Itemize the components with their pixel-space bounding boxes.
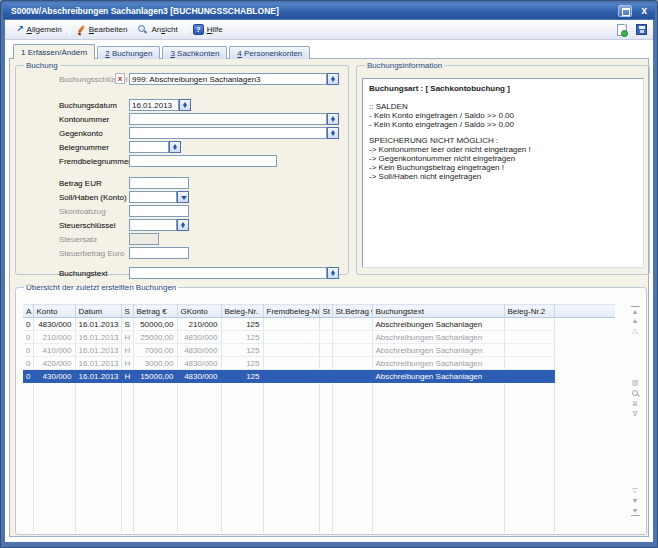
magnifier-icon [137,24,148,35]
column-header[interactable]: Fremdbeleg-Nr. [263,305,319,318]
buchungstext-combo[interactable] [129,267,327,279]
column-header[interactable]: Beleg-Nr.2 [504,305,554,318]
spinner-icon[interactable] [327,73,339,85]
buchungen-table: A Konto Datum S Betrag € GKonto Beleg-Nr… [23,304,615,533]
column-header[interactable]: St [319,305,332,318]
uebersicht-group-title: Übersicht der zuletzt erstellten Buchung… [24,283,178,292]
menu-item-hilfe[interactable]: ? Hilfe [188,23,228,36]
field-row-skontoabzug: Skontoabzug [22,204,342,218]
table-row[interactable]: 0 420/000 16.01.2013 H 3000,00 4830/000 … [23,357,615,370]
column-header[interactable]: St.Betrag € [332,305,372,318]
tab-erfassen-aendern[interactable]: 1 Erfassen/Ändern [13,44,95,59]
dropdown-arrow-icon[interactable] [177,191,189,203]
steuersatz-input [129,233,159,245]
uebersicht-group: Übersicht der zuletzt erstellten Buchung… [15,283,647,535]
column-header-filler [554,305,615,318]
column-header[interactable]: S [121,305,133,318]
field-label: Betrag EUR [59,179,129,188]
new-document-icon[interactable] [617,24,627,36]
column-header[interactable]: Buchungstext [372,305,504,318]
sollhaben-combo[interactable] [129,191,177,203]
field-label: Soll/Haben (Konto) [59,193,129,202]
close-icon[interactable]: x [637,5,651,17]
filter-icon[interactable]: ∇ [631,409,640,419]
save-icon[interactable] [636,24,647,35]
page-up-icon[interactable]: △ [631,326,640,336]
spinner-icon[interactable] [169,141,181,153]
spinner-icon[interactable] [327,113,339,125]
skontoabzug-input[interactable] [129,205,189,217]
field-row-sollhaben: Soll/Haben (Konto) [22,190,342,204]
menu-item-allgemein[interactable]: ↗ Allgemein [11,24,67,35]
menu-item-ansicht[interactable]: Ansicht [132,23,182,36]
fremdbelegnummer-input[interactable] [129,155,277,167]
buchungsinformation-text: Buchungsart : [ Sachkontobuchung ] :: SA… [362,78,644,268]
spinner-icon[interactable] [177,219,189,231]
menu-label: Allgemein [27,25,62,34]
field-row-belegnummer: Belegnummer [22,140,342,154]
field-row-buchungsdatum: Buchungsdatum [22,98,342,112]
table-row[interactable]: 0 4830/000 16.01.2013 S 50000,00 210/000… [23,318,615,331]
table-row[interactable]: 0 410/000 16.01.2013 H 7000,00 4830/000 … [23,344,615,357]
field-label: Kontonummer [59,115,129,124]
workspace: 1 Erfassen/Ändern 2 Buchungen 3 Sachkont… [5,41,653,542]
kontonummer-combo[interactable] [129,113,327,125]
move-up-icon[interactable]: ▲ [631,316,640,326]
field-row-steuerbetrag: Steuerbetrag Euro [22,246,342,260]
column-header[interactable]: Datum [75,305,121,318]
table-empty-area [23,383,615,533]
page-down-icon[interactable]: ▽ [631,486,640,496]
betrag-input[interactable] [129,177,189,189]
spinner-icon[interactable] [179,99,191,111]
field-label: Steuersatz [59,235,129,244]
field-row-steuersatz: Steuersatz [22,232,342,246]
help-icon: ? [193,24,204,35]
column-header[interactable]: GKonto [177,305,221,318]
menubar: ↗ Allgemein Bearbeiten Ansicht ? Hilfe [5,20,653,40]
menu-item-bearbeiten[interactable]: Bearbeiten [72,23,133,36]
tab-buchungen[interactable]: 2 Buchungen [97,46,160,59]
field-label: Skontoabzug [59,207,129,216]
field-row-fremdbelegnummer: Fremdbelegnummer [22,154,342,168]
info-line: -> Kontonummer leer oder nicht eingetrag… [369,145,637,154]
scroll-to-top-icon[interactable]: ▲ [631,306,640,316]
info-line: - Kein Konto eingetragen / Saldo >> 0.00 [369,111,637,120]
buchungsinformation-group: Buchungsinformation Buchungsart : [ Sach… [356,61,650,275]
buchungsschluessel-combo[interactable] [129,73,327,85]
tabstrip: 1 Erfassen/Ändern 2 Buchungen 3 Sachkont… [13,44,310,59]
spinner-icon[interactable] [327,127,339,139]
move-down-icon[interactable]: ▼ [631,496,640,506]
search-icon[interactable] [632,390,639,397]
field-row-betrag: Betrag EUR [22,176,342,190]
steuerbetrag-input[interactable] [129,247,189,259]
belegnummer-input[interactable] [129,141,169,153]
spinner-icon[interactable] [327,267,339,279]
list-icon[interactable]: ≣ [631,399,640,409]
tab-sachkonten[interactable]: 3 Sachkonten [162,46,227,59]
tab-personenkonten[interactable]: 4 Personenkonten [229,46,310,59]
scroll-to-bottom-icon[interactable]: ▼ [631,506,640,516]
info-line: - Kein Konto eingetragen / Saldo >> 0.00 [369,120,637,129]
field-row-steuerschluessel: Steuerschlüssel [22,218,342,232]
restore-icon[interactable] [618,5,632,17]
field-label: Buchungsdatum [59,101,129,110]
buchungsdatum-input[interactable] [129,99,179,111]
table-header-row: A Konto Datum S Betrag € GKonto Beleg-Nr… [23,305,615,318]
column-header[interactable]: Konto [33,305,75,318]
table-icon-strip: ▲ ▲ △ ▥ ≣ ∇ ▽ ▼ ▼ [628,306,642,526]
field-row-buchungsschluessel: Buchungsschlüssel x [22,72,342,86]
info-line: Buchungsart : [ Sachkontobuchung ] [369,84,637,93]
gegenkonto-combo[interactable] [129,127,327,139]
menu-separator [185,23,186,36]
column-header[interactable]: A [23,305,33,318]
clear-icon[interactable]: x [115,73,125,84]
table-row[interactable]: 0 210/000 16.01.2013 H 25000,00 4830/000… [23,331,615,344]
column-header[interactable]: Betrag € [133,305,177,318]
table-row-selected[interactable]: 0 430/000 16.01.2013 H 15000,00 4830/000… [23,370,615,383]
steuerschluessel-combo[interactable] [129,219,177,231]
columns-icon[interactable]: ▥ [631,378,640,388]
column-header[interactable]: Beleg-Nr. [221,305,263,318]
info-line [369,95,637,102]
field-label: Steuerschlüssel [59,221,129,230]
info-line: SPEICHERUNG NICHT MÖGLICH : [369,136,637,145]
